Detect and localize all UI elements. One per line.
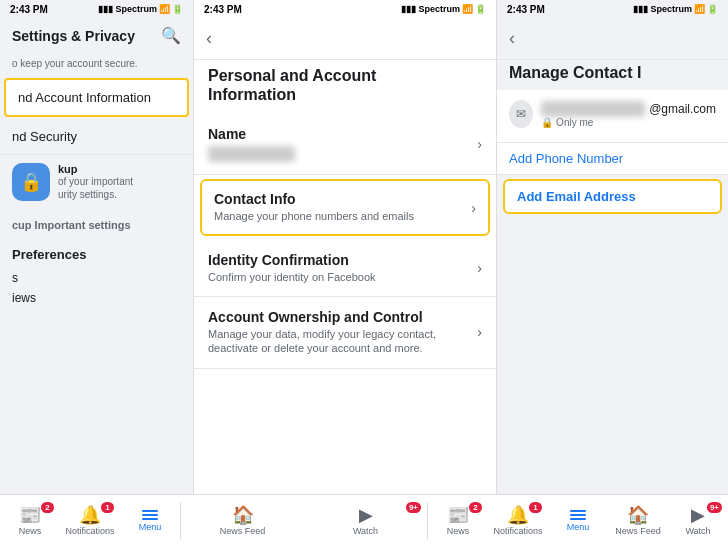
status-bar-1: 2:43 PM ▮▮▮ Spectrum 📶 🔋 <box>0 0 194 18</box>
notifications-badge-3: 1 <box>529 502 542 513</box>
contact-info-chevron: › <box>471 200 476 216</box>
panel3-back-arrow[interactable]: ‹ <box>509 28 515 49</box>
panel3-header: ‹ <box>497 18 728 60</box>
home-icon-2: 🏠 <box>232 506 254 524</box>
account-info-panel: ‹ Personal and AccountInformation Name █… <box>194 18 497 494</box>
email-icon: ✉ <box>509 100 533 128</box>
nav-watch-label-3: Watch <box>685 526 710 536</box>
nav-notifications-1[interactable]: 1 🔔 Notifications <box>60 502 120 540</box>
panel1-title: Settings & Privacy <box>12 28 135 44</box>
pref-item-1[interactable]: s <box>12 268 181 288</box>
identity-confirmation-item[interactable]: Identity Confirmation Confirm your ident… <box>194 240 496 297</box>
panel3-title: Manage Contact I <box>509 64 716 82</box>
account-ownership-item[interactable]: Account Ownership and Control Manage you… <box>194 297 496 369</box>
panel2-title: Personal and AccountInformation <box>208 66 482 104</box>
add-email-link[interactable]: Add Email Address <box>503 179 722 214</box>
nav-menu-label-1: Menu <box>139 522 162 532</box>
email-privacy-label: Only me <box>556 117 593 128</box>
ownership-subtitle: Manage your data, modify your legacy con… <box>208 327 477 356</box>
panel1-header: Settings & Privacy 🔍 <box>0 18 193 51</box>
notifications-badge-1: 1 <box>101 502 114 513</box>
nav-watch-label-2: Watch <box>353 526 378 536</box>
menu-icon-1 <box>142 510 158 520</box>
nav-newsfeed-3[interactable]: 🏠 News Feed <box>608 502 668 540</box>
news-icon-1: 📰 <box>19 506 41 524</box>
watch-badge-2: 9+ <box>406 502 421 513</box>
bell-icon-3: 🔔 <box>507 506 529 524</box>
nav-news-3[interactable]: 2 📰 News <box>428 502 488 540</box>
ownership-title: Account Ownership and Control <box>208 309 477 325</box>
nav-newsfeed-label-3: News Feed <box>615 526 661 536</box>
bottom-nav-section-2: 🏠 News Feed 9+ ▶ Watch <box>181 502 428 540</box>
nav-news-1[interactable]: 2 📰 News <box>0 502 60 540</box>
important-settings-label: cup Important settings <box>0 209 193 239</box>
nav-menu-label-3: Menu <box>567 522 590 532</box>
nav-notifications-3[interactable]: 1 🔔 Notifications <box>488 502 548 540</box>
time-3: 2:43 PM <box>507 4 545 15</box>
account-info-label: nd Account Information <box>18 90 151 105</box>
panel2-back-arrow[interactable]: ‹ <box>206 28 212 49</box>
contact-info-item[interactable]: Contact Info Manage your phone numbers a… <box>200 179 490 235</box>
nav-news-label-3: News <box>447 526 470 536</box>
news-icon-3: 📰 <box>447 506 469 524</box>
contact-info-panel: ‹ Manage Contact I ✉ ████████ @gmail.com… <box>497 18 728 494</box>
bottom-nav-section-1: 2 📰 News 1 🔔 Notifications Menu <box>0 502 181 540</box>
panel3-title-area: Manage Contact I <box>497 60 728 90</box>
panel2-header: ‹ <box>194 18 496 60</box>
settings-panel: Settings & Privacy 🔍 o keep your account… <box>0 18 194 494</box>
add-phone-link[interactable]: Add Phone Number <box>497 143 728 175</box>
time-2: 2:43 PM <box>204 4 242 15</box>
security-note: o keep your account secure. <box>0 51 193 76</box>
panel2-title-area: Personal and AccountInformation <box>194 60 496 114</box>
watch-icon-3: ▶ <box>691 506 705 524</box>
name-item[interactable]: Name ██████ › <box>194 114 496 175</box>
home-icon-3: 🏠 <box>627 506 649 524</box>
preferences-title: Preferences <box>12 247 181 262</box>
backup-note: of your importanturity settings. <box>58 175 133 201</box>
email-blurred: ████████ <box>541 101 645 117</box>
backup-title: kup <box>58 163 133 175</box>
panel1-items: o keep your account secure. nd Account I… <box>0 51 193 494</box>
bell-icon-1: 🔔 <box>79 506 101 524</box>
status-icons-2: ▮▮▮ Spectrum 📶 🔋 <box>401 4 486 14</box>
panel3-content: ✉ ████████ @gmail.com 🔒 Only me Add Pho <box>497 90 728 494</box>
time-1: 2:43 PM <box>10 4 48 15</box>
status-icons-1: ▮▮▮ Spectrum 📶 🔋 <box>98 4 183 14</box>
pref-item-2[interactable]: iews <box>12 288 181 308</box>
security-item[interactable]: nd Security <box>0 119 193 155</box>
news-badge-3: 2 <box>469 502 482 513</box>
lock-small-icon: 🔒 <box>541 117 553 128</box>
contact-info-title: Contact Info <box>214 191 471 207</box>
preferences-section: Preferences s iews <box>0 239 193 316</box>
identity-subtitle: Confirm your identity on Facebook <box>208 270 477 284</box>
name-chevron: › <box>477 136 482 152</box>
nav-watch-2[interactable]: 9+ ▶ Watch <box>304 502 427 540</box>
ownership-chevron: › <box>477 324 482 340</box>
news-badge-1: 2 <box>41 502 54 513</box>
identity-title: Identity Confirmation <box>208 252 477 268</box>
search-icon[interactable]: 🔍 <box>161 26 181 45</box>
watch-badge-3: 9+ <box>707 502 722 513</box>
nav-newsfeed-2[interactable]: 🏠 News Feed <box>181 502 304 540</box>
bottom-nav-section-3: 2 📰 News 1 🔔 Notifications Menu 🏠 News F… <box>428 502 728 540</box>
bottom-nav: 2 📰 News 1 🔔 Notifications Menu 🏠 News F… <box>0 494 728 546</box>
menu-icon-3 <box>570 510 586 520</box>
nav-notifications-label-1: Notifications <box>65 526 114 536</box>
email-address-row: ████████ @gmail.com <box>541 101 716 117</box>
nav-menu-3[interactable]: Menu <box>548 502 608 540</box>
status-bar-3: 2:43 PM ▮▮▮ Spectrum 📶 🔋 <box>497 0 728 18</box>
lock-icon <box>12 163 50 201</box>
backup-section: kup of your importanturity settings. <box>0 155 193 209</box>
email-info: ████████ @gmail.com 🔒 Only me <box>541 101 716 128</box>
watch-icon-2: ▶ <box>359 506 373 524</box>
nav-menu-1[interactable]: Menu <box>120 502 180 540</box>
identity-chevron: › <box>477 260 482 276</box>
nav-watch-3[interactable]: 9+ ▶ Watch <box>668 502 728 540</box>
name-label: Name <box>208 126 477 142</box>
nav-notifications-label-3: Notifications <box>493 526 542 536</box>
name-value-blurred: ██████ <box>208 146 295 162</box>
email-section: ✉ ████████ @gmail.com 🔒 Only me <box>497 90 728 143</box>
account-info-item[interactable]: nd Account Information <box>4 78 189 117</box>
email-privacy-row: 🔒 Only me <box>541 117 716 128</box>
contact-info-subtitle: Manage your phone numbers and emails <box>214 209 471 223</box>
